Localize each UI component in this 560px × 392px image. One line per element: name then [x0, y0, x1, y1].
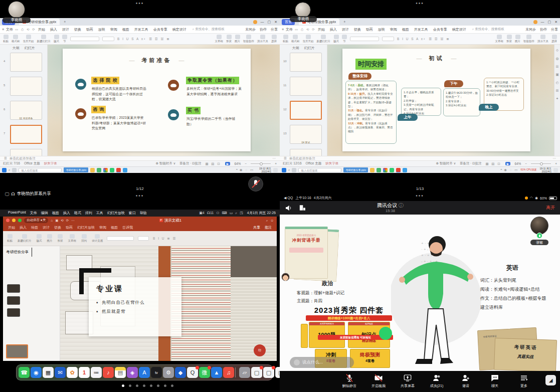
- presenter-avatar[interactable]: [8, 1, 25, 18]
- account-avatar[interactable]: [533, 20, 537, 24]
- ribbon-tab[interactable]: 插入: [48, 27, 59, 33]
- dock-app-icon[interactable]: ≔: [91, 367, 102, 378]
- toolbar-button[interactable]: 节: [342, 35, 347, 43]
- notification-center-icon[interactable]: [273, 168, 278, 172]
- more-options-icon[interactable]: •••: [280, 1, 560, 6]
- ribbon-tab[interactable]: 切换: [72, 27, 83, 33]
- toolbar-button[interactable]: 新建幻灯片: [317, 35, 331, 43]
- dock-app-icon[interactable]: [235, 367, 238, 377]
- members-button[interactable]: 成员(21): [422, 373, 451, 388]
- toolbar-button[interactable]: 图片: [47, 234, 53, 243]
- ribbon-tab[interactable]: 设计: [340, 27, 351, 33]
- slide-thumbnail[interactable]: [7, 284, 20, 293]
- slide-thumbnail[interactable]: 12: [280, 99, 327, 123]
- ribbon-tab[interactable]: 开始: [316, 27, 327, 33]
- missing-font-warning[interactable]: 缺失字体: [325, 161, 338, 166]
- ribbon-tab[interactable]: 稿定设计: [170, 27, 189, 33]
- menu-bar-status-icons[interactable]: ▣4☊11⚇⌨▭⌕◳: [199, 211, 243, 215]
- file-menu[interactable]: 文件: [284, 27, 295, 33]
- app-icon[interactable]: [97, 168, 101, 172]
- slide-thumbnail[interactable]: 11: [280, 75, 327, 99]
- slide-thumbnail[interactable]: 10: [280, 51, 327, 75]
- back-to-app-link[interactable]: ◀ QQ: [284, 196, 293, 200]
- toolbar-button[interactable]: 形状: [506, 35, 512, 43]
- zoom-in-button[interactable]: +: [555, 162, 557, 165]
- zoom-level[interactable]: 64%: [514, 162, 521, 165]
- wps-app-icon[interactable]: [396, 168, 401, 172]
- zoom-button[interactable]: [18, 219, 22, 222]
- zoom-slider[interactable]: [531, 163, 551, 164]
- muted-participant-avatar[interactable]: [248, 176, 263, 191]
- folder-app-icon[interactable]: [90, 168, 95, 172]
- toolbar-button[interactable]: 节: [62, 35, 67, 43]
- smart-align-toggle[interactable]: ⊕ 智能对齐 ∨: [436, 161, 456, 166]
- slide-thumbnail[interactable]: 4: [0, 51, 47, 75]
- popout-icon[interactable]: ◢: [545, 375, 556, 385]
- dock-app-icon[interactable]: A: [139, 367, 150, 378]
- layout-switch-icon[interactable]: [299, 205, 306, 211]
- pane-tab[interactable]: 大纲: [292, 46, 299, 51]
- mac-menu-item[interactable]: 插入: [63, 211, 70, 216]
- notes-more-icon[interactable]: ⋯: [553, 156, 556, 160]
- dock-app-icon[interactable]: ✿: [67, 367, 78, 378]
- toolbar-button[interactable]: 演示工具: [537, 35, 548, 43]
- dock-app-icon[interactable]: ▲: [211, 367, 222, 378]
- slide-thumbnail[interactable]: 7: [0, 123, 47, 147]
- quick-access-toolbar[interactable]: ▭ ⎙ ⟲ ⟳: [295, 28, 316, 32]
- toolbar-button[interactable]: 粘贴: [3, 35, 9, 43]
- toolbar-button[interactable]: 粘贴: [7, 234, 13, 243]
- mac-menu-item[interactable]: 帮助: [140, 211, 147, 216]
- toolbar-button[interactable]: 图片: [235, 35, 240, 43]
- browser-app-icon[interactable]: [383, 168, 388, 172]
- toolbar-button[interactable]: 当页开始: [303, 35, 314, 43]
- ribbon-tab[interactable]: 动画: [66, 225, 73, 230]
- toolbar-button[interactable]: 形状: [58, 234, 63, 243]
- start-button[interactable]: [2, 168, 7, 172]
- app-icon[interactable]: [110, 168, 114, 172]
- toolbar-button[interactable]: 当页开始: [23, 35, 34, 43]
- font-family-select[interactable]: [107, 236, 134, 241]
- slide-thumbnail-selected[interactable]: [6, 344, 28, 358]
- toolbar-button[interactable]: 排列: [81, 234, 87, 243]
- zoom-in-button[interactable]: +: [275, 162, 277, 165]
- close-button[interactable]: [6, 219, 10, 222]
- slide-thumbnail[interactable]: 5: [0, 75, 47, 99]
- pane-tab[interactable]: 幻灯片: [304, 46, 315, 51]
- zoom-out-button[interactable]: −: [525, 162, 527, 165]
- outline-text[interactable]: 考研经验分享: [3, 248, 32, 257]
- chat-button[interactable]: 聊天: [480, 373, 509, 388]
- mac-menu-item[interactable]: 排列: [85, 211, 92, 216]
- app-icon[interactable]: [403, 168, 407, 172]
- ribbon-tab[interactable]: 切换: [54, 225, 61, 230]
- more-options-icon[interactable]: •••: [0, 1, 280, 6]
- gallery-page-dots[interactable]: [122, 384, 173, 387]
- toolbar-button[interactable]: 版式: [37, 234, 42, 243]
- toolbar-button[interactable]: 文本框: [495, 35, 504, 43]
- quick-chat-toast[interactable]: 说点什么...: [290, 357, 354, 368]
- ribbon-tab[interactable]: 切换: [352, 27, 363, 33]
- ribbon-tab[interactable]: 会员专享: [151, 27, 169, 33]
- slide-thumbnail[interactable]: [7, 308, 20, 317]
- sidebar-icon[interactable]: ☰: [555, 65, 558, 69]
- dock-app-icon[interactable]: ▢•: [251, 367, 262, 378]
- undo-icon[interactable]: ⟲: [61, 219, 63, 223]
- folder-app-icon[interactable]: [370, 168, 375, 172]
- toolbar-button[interactable]: 新建幻灯片: [18, 234, 32, 243]
- slide-thumbnail[interactable]: [7, 296, 20, 305]
- toolbar-button[interactable]: 演示工具: [257, 35, 268, 43]
- speaker-icon[interactable]: [285, 205, 293, 212]
- font-size-select[interactable]: [138, 236, 149, 241]
- active-app-button[interactable]: 考研经验分享.pptx: [64, 167, 88, 172]
- share-screen-button[interactable]: 共享屏幕: [393, 373, 422, 388]
- active-app-button[interactable]: 考研经验分享.pptx: [343, 167, 368, 172]
- taskbar-search-input[interactable]: 输入你想搜索: [298, 168, 341, 172]
- taskbar-clock[interactable]: 19:12 周五2022/4/1: [259, 167, 271, 173]
- search-box[interactable]: ⌕ 查找命令、搜索模板: [193, 27, 225, 32]
- taskbar-search-icon[interactable]: ⌕: [288, 168, 290, 172]
- taskbar-search-input[interactable]: 输入你想搜索: [19, 168, 62, 172]
- notes-bar[interactable]: ☰单击此处添加备注 ⋯: [280, 156, 560, 160]
- toolbar-button[interactable]: 新建幻灯片: [37, 35, 51, 43]
- maximize-button[interactable]: ▢: [268, 20, 271, 24]
- sidebar-icon[interactable]: ◴: [555, 81, 558, 85]
- mac-menu-item[interactable]: 编辑: [41, 211, 48, 216]
